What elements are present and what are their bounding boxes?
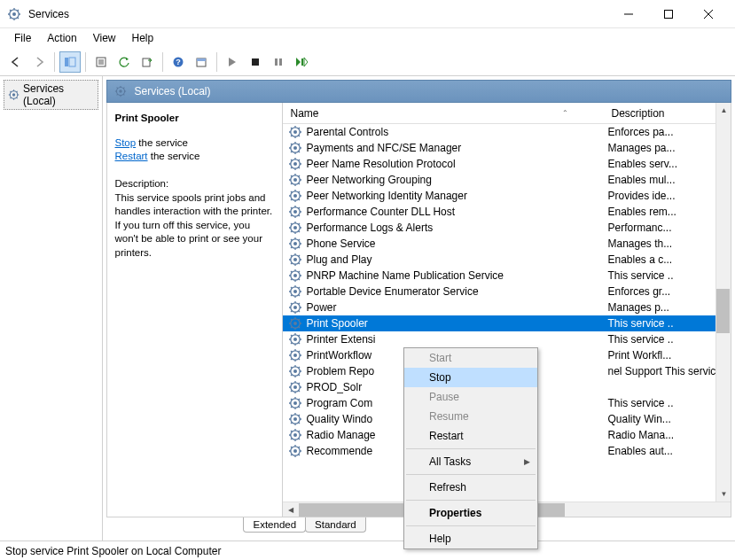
gear-icon bbox=[288, 125, 302, 139]
toolbar-separator bbox=[162, 52, 163, 72]
menu-file[interactable]: File bbox=[7, 30, 38, 46]
menu-help[interactable]: Help bbox=[125, 30, 161, 46]
gear-icon bbox=[288, 332, 302, 346]
gear-icon bbox=[288, 300, 302, 315]
menu-view[interactable]: View bbox=[86, 30, 123, 46]
list-header: Name ⌃ Description bbox=[283, 103, 731, 124]
gear-icon bbox=[8, 89, 20, 101]
service-description: Radio Mana... bbox=[604, 429, 731, 441]
toolbar-separator bbox=[54, 52, 55, 72]
service-row[interactable]: Parental ControlsEnforces pa... bbox=[283, 124, 731, 140]
service-name: Phone Service bbox=[306, 237, 604, 250]
forward-button[interactable] bbox=[28, 51, 50, 73]
window-title: Services bbox=[28, 8, 608, 20]
service-name: Plug and Play bbox=[306, 253, 604, 266]
context-menu: StartStopPauseResumeRestartAll Tasks▶Ref… bbox=[403, 347, 538, 549]
service-row[interactable]: Peer Networking GroupingEnables mul... bbox=[283, 172, 731, 188]
toolbar-button[interactable] bbox=[191, 51, 212, 73]
service-name: Peer Networking Grouping bbox=[306, 174, 604, 186]
scroll-up-icon[interactable]: ▲ bbox=[716, 103, 731, 118]
context-menu-item[interactable]: All Tasks▶ bbox=[404, 452, 537, 471]
scroll-left-icon[interactable]: ◀ bbox=[283, 502, 298, 517]
column-name[interactable]: Name ⌃ bbox=[283, 104, 604, 123]
service-row[interactable]: Printer ExtensiThis service .. bbox=[283, 331, 731, 347]
back-button[interactable] bbox=[5, 51, 27, 73]
sort-asc-icon: ⌃ bbox=[562, 109, 568, 117]
service-name: Printer Extensi bbox=[306, 333, 604, 346]
tree-pane: Services (Local) bbox=[0, 76, 103, 541]
column-description[interactable]: Description bbox=[604, 104, 731, 123]
export-button[interactable] bbox=[137, 51, 158, 73]
restart-service-button[interactable] bbox=[291, 51, 312, 73]
gear-icon bbox=[288, 284, 302, 299]
gear-icon bbox=[288, 396, 302, 410]
gear-icon bbox=[114, 85, 127, 97]
show-hide-tree-button[interactable] bbox=[59, 51, 81, 73]
service-description: This service .. bbox=[604, 317, 731, 330]
service-row[interactable]: Plug and PlayEnables a c... bbox=[283, 252, 731, 268]
context-menu-item[interactable]: Refresh bbox=[404, 478, 537, 497]
main-area: Services (Local) Services (Local) Print … bbox=[0, 76, 735, 541]
scroll-thumb[interactable] bbox=[716, 289, 730, 333]
gear-icon bbox=[288, 173, 302, 187]
context-menu-item[interactable]: Properties bbox=[404, 503, 537, 523]
tab-extended[interactable]: Extended bbox=[243, 517, 306, 533]
context-menu-item[interactable]: Restart bbox=[404, 426, 537, 446]
service-name: Performance Counter DLL Host bbox=[306, 206, 604, 218]
maximize-button[interactable] bbox=[648, 1, 688, 27]
service-row[interactable]: Print SpoolerThis service .. bbox=[283, 315, 731, 331]
svg-text:?: ? bbox=[176, 58, 181, 66]
stop-link[interactable]: Stop bbox=[114, 137, 136, 148]
gear-icon bbox=[288, 412, 302, 426]
service-description: Manages th... bbox=[604, 237, 731, 250]
refresh-button[interactable] bbox=[113, 51, 135, 73]
gear-icon bbox=[288, 444, 302, 458]
tab-standard[interactable]: Standard bbox=[305, 517, 366, 533]
service-row[interactable]: Phone ServiceManages th... bbox=[283, 236, 731, 252]
service-description: Manages p... bbox=[604, 301, 731, 314]
context-menu-item[interactable]: Stop bbox=[404, 368, 537, 387]
svg-rect-20 bbox=[143, 58, 150, 66]
service-description: Manages pa... bbox=[604, 142, 731, 154]
service-name: PNRP Machine Name Publication Service bbox=[306, 269, 604, 282]
gear-icon bbox=[288, 157, 302, 171]
vertical-scrollbar[interactable]: ▲ ▼ bbox=[715, 103, 731, 502]
context-menu-item: Pause bbox=[404, 387, 537, 407]
service-row[interactable]: Performance Logs & AlertsPerformanc... bbox=[283, 220, 731, 236]
minimize-button[interactable] bbox=[608, 1, 648, 27]
start-service-button[interactable] bbox=[222, 51, 243, 73]
close-button[interactable] bbox=[688, 1, 728, 27]
service-name: Performance Logs & Alerts bbox=[306, 222, 604, 234]
detail-restart-line: Restart the service bbox=[114, 150, 275, 164]
service-description: Enables aut... bbox=[604, 445, 731, 457]
svg-rect-11 bbox=[664, 10, 672, 18]
service-row[interactable]: Peer Networking Identity ManagerProvides… bbox=[283, 188, 731, 204]
context-menu-separator bbox=[406, 448, 536, 449]
svg-rect-14 bbox=[65, 58, 68, 66]
service-description: Enforces gr... bbox=[604, 285, 731, 298]
service-name: Power bbox=[306, 301, 604, 314]
svg-rect-26 bbox=[275, 58, 278, 66]
service-description: This service .. bbox=[604, 397, 731, 409]
gear-icon bbox=[288, 364, 302, 378]
stop-service-button[interactable] bbox=[245, 51, 266, 73]
context-menu-item[interactable]: Help bbox=[404, 529, 537, 548]
service-row[interactable]: Portable Device Enumerator ServiceEnforc… bbox=[283, 284, 731, 299]
properties-button[interactable] bbox=[90, 51, 112, 73]
toolbar-separator bbox=[85, 52, 86, 72]
help-button[interactable]: ? bbox=[168, 51, 189, 73]
service-name: Payments and NFC/SE Manager bbox=[306, 142, 604, 154]
menu-action[interactable]: Action bbox=[40, 30, 83, 46]
service-description: Enables mul... bbox=[604, 174, 731, 186]
service-row[interactable]: PowerManages p... bbox=[283, 299, 731, 315]
service-row[interactable]: Payments and NFC/SE ManagerManages pa... bbox=[283, 140, 731, 156]
window-controls bbox=[608, 1, 728, 27]
restart-link[interactable]: Restart bbox=[114, 151, 147, 161]
service-row[interactable]: PNRP Machine Name Publication ServiceThi… bbox=[283, 268, 731, 284]
pause-service-button[interactable] bbox=[268, 51, 289, 73]
scroll-down-icon[interactable]: ▼ bbox=[716, 486, 731, 502]
tree-root[interactable]: Services (Local) bbox=[4, 80, 98, 110]
gear-icon bbox=[288, 221, 302, 235]
service-row[interactable]: Peer Name Resolution ProtocolEnables ser… bbox=[283, 156, 731, 172]
service-row[interactable]: Performance Counter DLL HostEnables rem.… bbox=[283, 204, 731, 220]
